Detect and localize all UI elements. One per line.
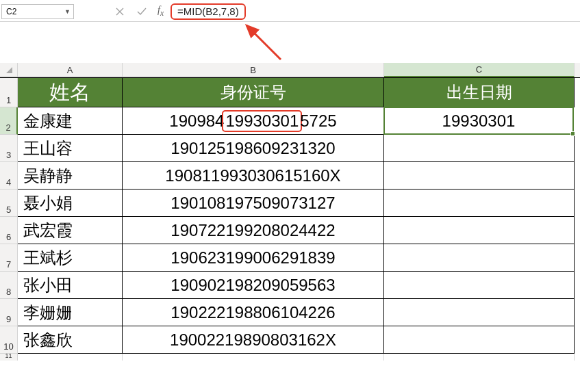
cell-A6[interactable]: 武宏霞	[18, 217, 123, 244]
cell-reference: C2	[6, 7, 16, 16]
table-row: 4 吴静静 190811993030615160X	[0, 162, 580, 190]
table-row: 6 武宏霞 190722199208024422	[0, 217, 580, 244]
data-rows: 1 姓名 身份证号 出生日期 2 金康建 190984199303015725 …	[0, 77, 580, 361]
cell-A3[interactable]: 王山容	[18, 135, 123, 162]
id-prefix: 190984	[169, 112, 224, 131]
cell-A4[interactable]: 吴静静	[18, 162, 123, 190]
table-row: 11	[0, 354, 580, 361]
svg-line-0	[247, 25, 281, 60]
cell-A7[interactable]: 王斌杉	[18, 244, 123, 272]
row-number-9[interactable]: 9	[0, 299, 18, 326]
formula-input[interactable]: =MID(B2,7,8)	[177, 5, 239, 17]
column-header-C[interactable]: C	[384, 63, 575, 77]
row-number-2[interactable]: 2	[0, 107, 18, 135]
fx-icon[interactable]: fx	[157, 5, 164, 18]
cell-C2-value: 19930301	[442, 112, 516, 131]
row-number-7[interactable]: 7	[0, 244, 18, 272]
cell-B5[interactable]: 190108197509073127	[123, 190, 384, 217]
cell-A2[interactable]: 金康建	[18, 107, 123, 135]
cell-B3[interactable]: 190125198609231320	[123, 135, 384, 162]
formula-highlight-box: =MID(B2,7,8)	[171, 3, 246, 20]
column-header-A[interactable]: A	[18, 63, 123, 77]
row-number-3[interactable]: 3	[0, 135, 18, 162]
enter-icon[interactable]	[137, 7, 147, 16]
cell-B2[interactable]: 190984199303015725	[123, 107, 384, 135]
cell-C11[interactable]	[384, 354, 575, 361]
cell-A9[interactable]: 李姗姗	[18, 299, 123, 326]
cell-C5[interactable]	[384, 190, 575, 217]
spreadsheet-grid: A B C 1 姓名 身份证号 出生日期 2 金康建 1909841993030…	[0, 63, 580, 361]
formula-bar-buttons	[115, 7, 147, 16]
cell-C9[interactable]	[384, 299, 575, 326]
id-suffix: 5725	[300, 112, 336, 131]
name-box-dropdown-icon[interactable]: ▼	[64, 8, 71, 15]
table-row: 3 王山容 190125198609231320	[0, 135, 580, 162]
cell-C3[interactable]	[384, 135, 575, 162]
fill-handle[interactable]	[570, 131, 575, 136]
annotation-arrow	[234, 21, 296, 64]
row-number-4[interactable]: 4	[0, 162, 18, 190]
table-row: 10 张鑫欣 19002219890803162X	[0, 326, 580, 354]
table-row: 1 姓名 身份证号 出生日期	[0, 78, 580, 107]
cell-C6[interactable]	[384, 217, 575, 244]
cell-A10[interactable]: 张鑫欣	[18, 326, 123, 354]
cell-A8[interactable]: 张小田	[18, 272, 123, 299]
cell-B10[interactable]: 19002219890803162X	[123, 326, 384, 354]
cell-C2[interactable]: 19930301	[383, 107, 574, 135]
cell-A11[interactable]	[18, 354, 123, 361]
cell-B6[interactable]: 190722199208024422	[123, 217, 384, 244]
table-row: 7 王斌杉 190623199006291839	[0, 244, 580, 272]
table-row: 9 李姗姗 190222198806104226	[0, 299, 580, 326]
row-number-1[interactable]: 1	[0, 78, 18, 107]
cell-B4[interactable]: 190811993030615160X	[123, 162, 384, 190]
cell-B9[interactable]: 190222198806104226	[123, 299, 384, 326]
cancel-icon[interactable]	[115, 7, 125, 16]
header-cell-dob[interactable]: 出生日期	[384, 78, 575, 107]
row-number-8[interactable]: 8	[0, 272, 18, 299]
cell-C7[interactable]	[384, 244, 575, 272]
id-dob-highlight: 19930301	[222, 110, 302, 132]
header-cell-id[interactable]: 身份证号	[123, 78, 384, 107]
name-box[interactable]: C2 ▼	[1, 4, 74, 19]
header-cell-name[interactable]: 姓名	[18, 78, 123, 107]
cell-B11[interactable]	[123, 354, 384, 361]
cell-C4[interactable]	[384, 162, 575, 190]
row-number-11[interactable]: 11	[0, 354, 18, 361]
table-row: 8 张小田 190902198209059563	[0, 272, 580, 299]
select-all-cell[interactable]	[0, 63, 18, 77]
column-header-row: A B C	[0, 63, 580, 77]
cell-C10[interactable]	[384, 326, 575, 354]
row-number-6[interactable]: 6	[0, 217, 18, 244]
row-number-10[interactable]: 10	[0, 326, 18, 354]
table-row: 2 金康建 190984199303015725 19930301	[0, 107, 580, 135]
table-row: 5 聂小娟 190108197509073127	[0, 190, 580, 217]
column-header-B[interactable]: B	[123, 63, 384, 77]
cell-A5[interactable]: 聂小娟	[18, 190, 123, 217]
formula-bar: C2 ▼ fx =MID(B2,7,8)	[0, 0, 580, 22]
row-number-5[interactable]: 5	[0, 190, 18, 217]
cell-B7[interactable]: 190623199006291839	[123, 244, 384, 272]
cell-C8[interactable]	[384, 272, 575, 299]
cell-B8[interactable]: 190902198209059563	[123, 272, 384, 299]
